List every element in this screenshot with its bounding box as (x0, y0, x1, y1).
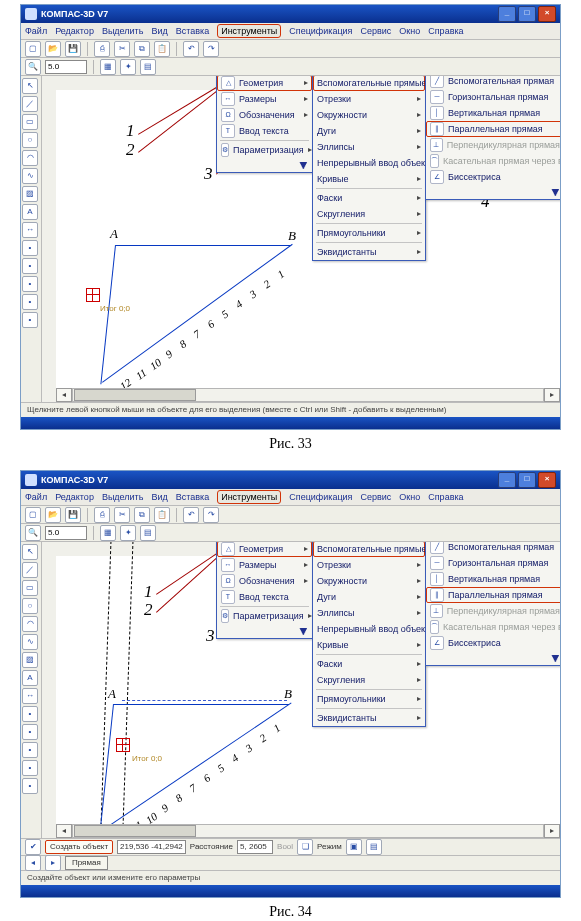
menu-item-parametrization[interactable]: ⚙Параметризация▸ (217, 142, 312, 158)
tool-circle-icon[interactable]: ○ (22, 132, 38, 148)
tab-prev-icon[interactable]: ◂ (25, 855, 41, 871)
tool-cut-icon[interactable]: ✂ (114, 507, 130, 523)
tool-print-icon[interactable]: ⎙ (94, 41, 110, 57)
menu-edit[interactable]: Редактор (55, 491, 94, 503)
tool-zoom-icon[interactable]: 🔍 (25, 59, 41, 75)
menu-item-parallel-line[interactable]: ∥Параллельная прямая (426, 121, 560, 137)
tool-dim-icon[interactable]: ↔ (22, 688, 38, 704)
scroll-left-icon[interactable]: ◂ (56, 824, 72, 838)
tool-undo-icon[interactable]: ↶ (183, 41, 199, 57)
menu-item-circles[interactable]: Окружности▸ (313, 573, 425, 589)
minimize-button[interactable]: _ (498, 6, 516, 22)
menu-item-aux-line[interactable]: ╱Вспомогательная прямая (426, 542, 560, 555)
menu-item-rectangles[interactable]: Прямоугольники▸ (313, 225, 425, 241)
tool-line-icon[interactable]: ／ (22, 96, 38, 112)
mode-icon-1[interactable]: ▣ (346, 839, 362, 855)
menu-view[interactable]: Вид (151, 25, 167, 37)
scroll-left-icon[interactable]: ◂ (56, 388, 72, 402)
tool-grid-icon[interactable]: ▦ (100, 525, 116, 541)
tool-hatch-icon[interactable]: ▨ (22, 186, 38, 202)
tool-more5-icon[interactable]: • (22, 312, 38, 328)
menu-help[interactable]: Справка (428, 25, 463, 37)
menu-item-chamfers[interactable]: Фаски▸ (313, 190, 425, 206)
tool-more5-icon[interactable]: • (22, 778, 38, 794)
menu-select[interactable]: Выделить (102, 491, 144, 503)
submenu-expand-icon[interactable]: ⯆ (299, 159, 308, 171)
menu-service[interactable]: Сервис (361, 25, 392, 37)
menu-item-horiz-line[interactable]: ─Горизонтальная прямая (426, 555, 560, 571)
tool-snap-icon[interactable]: ✦ (120, 525, 136, 541)
tool-arrow-icon[interactable]: ↖ (22, 78, 38, 94)
tool-spline-icon[interactable]: ∿ (22, 168, 38, 184)
horizontal-scroll[interactable]: ◂ ▸ (56, 824, 560, 838)
menu-select[interactable]: Выделить (102, 25, 144, 37)
menu-item-arcs[interactable]: Дуги▸ (313, 589, 425, 605)
close-button[interactable]: × (538, 472, 556, 488)
menu-item-horiz-line[interactable]: ─Горизонтальная прямая (426, 89, 560, 105)
menu-item-bisector[interactable]: ∠Биссектриса (426, 635, 560, 651)
tool-rect-icon[interactable]: ▭ (22, 114, 38, 130)
tool-arc-icon[interactable]: ◠ (22, 616, 38, 632)
bool-icon[interactable]: ❏ (297, 839, 313, 855)
menu-item-ellipses[interactable]: Эллипсы▸ (313, 139, 425, 155)
horizontal-scroll[interactable]: ◂ ▸ (56, 388, 560, 402)
tool-undo-icon[interactable]: ↶ (183, 507, 199, 523)
tab-next-icon[interactable]: ▸ (45, 855, 61, 871)
menu-item-aux-lines[interactable]: Вспомогательные прямые▸ (313, 76, 425, 91)
menu-item-aux-lines[interactable]: Вспомогательные прямые▸ (313, 542, 425, 557)
menu-item-segments[interactable]: Отрезки▸ (313, 91, 425, 107)
tool-dim-icon[interactable]: ↔ (22, 222, 38, 238)
menu-item-curves[interactable]: Кривые▸ (313, 637, 425, 653)
mode-icon-2[interactable]: ▤ (366, 839, 382, 855)
menu-item-curves[interactable]: Кривые▸ (313, 171, 425, 187)
tool-more1-icon[interactable]: • (22, 706, 38, 722)
scroll-track[interactable] (72, 824, 544, 838)
maximize-button[interactable]: □ (518, 6, 536, 22)
tool-more4-icon[interactable]: • (22, 760, 38, 776)
menu-item-chamfers[interactable]: Фаски▸ (313, 656, 425, 672)
menu-item-designations[interactable]: ΩОбозначения▸ (217, 573, 312, 589)
drawing-canvas[interactable]: А В Итог 0;0 1 2 3 4 5 6 7 8 9 (56, 556, 546, 824)
menu-item-bisector[interactable]: ∠Биссектриса (426, 169, 560, 185)
tool-snap-icon[interactable]: ✦ (120, 59, 136, 75)
menu-item-rectangles[interactable]: Прямоугольники▸ (313, 691, 425, 707)
menu-item-fillets[interactable]: Скругления▸ (313, 672, 425, 688)
zoom-field[interactable]: 5.0 (45, 526, 87, 540)
distance-field[interactable]: 5, 2605 (237, 840, 273, 854)
tool-more3-icon[interactable]: • (22, 276, 38, 292)
tool-text-icon[interactable]: A (22, 670, 38, 686)
tool-layer-icon[interactable]: ▤ (140, 525, 156, 541)
maximize-button[interactable]: □ (518, 472, 536, 488)
menu-item-continuous[interactable]: Непрерывный ввод объектов (313, 621, 425, 637)
menu-item-text-input[interactable]: TВвод текста (217, 123, 312, 139)
tool-more1-icon[interactable]: • (22, 240, 38, 256)
menu-item-equidistants[interactable]: Эквидистанты▸ (313, 710, 425, 726)
tool-more3-icon[interactable]: • (22, 742, 38, 758)
menu-insert[interactable]: Вставка (176, 25, 209, 37)
tool-more4-icon[interactable]: • (22, 294, 38, 310)
submenu-expand-icon[interactable]: ⯆ (551, 186, 560, 198)
menu-view[interactable]: Вид (151, 491, 167, 503)
menu-item-parallel-line[interactable]: ∥Параллельная прямая (426, 587, 560, 603)
menu-item-designations[interactable]: ΩОбозначения▸ (217, 107, 312, 123)
menu-edit[interactable]: Редактор (55, 25, 94, 37)
menu-item-ellipses[interactable]: Эллипсы▸ (313, 605, 425, 621)
menu-item-dimensions[interactable]: ↔Размеры▸ (217, 557, 312, 573)
tool-spline-icon[interactable]: ∿ (22, 634, 38, 650)
menu-service[interactable]: Сервис (361, 491, 392, 503)
menu-file[interactable]: Файл (25, 491, 47, 503)
menu-insert[interactable]: Вставка (176, 491, 209, 503)
menu-item-geometry[interactable]: △Геометрия▸ (217, 542, 312, 557)
tool-new-icon[interactable]: ▢ (25, 41, 41, 57)
menu-item-continuous[interactable]: Непрерывный ввод объектов (313, 155, 425, 171)
menu-item-vert-line[interactable]: │Вертикальная прямая (426, 571, 560, 587)
menu-window[interactable]: Окно (399, 491, 420, 503)
menu-item-circles[interactable]: Окружности▸ (313, 107, 425, 123)
menu-spec[interactable]: Спецификация (289, 25, 352, 37)
menu-item-dimensions[interactable]: ↔Размеры▸ (217, 91, 312, 107)
prop-icon[interactable]: ✔ (25, 839, 41, 855)
menu-tools[interactable]: Инструменты (217, 24, 281, 38)
menu-item-text-input[interactable]: TВвод текста (217, 589, 312, 605)
tool-arc-icon[interactable]: ◠ (22, 150, 38, 166)
tool-redo-icon[interactable]: ↷ (203, 41, 219, 57)
